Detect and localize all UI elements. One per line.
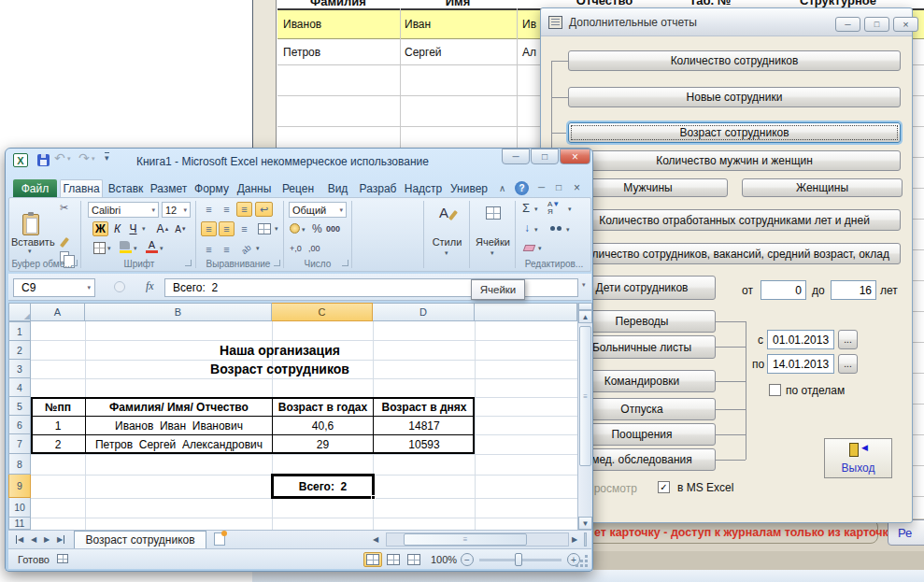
tab-prev-icon[interactable]: ◀ bbox=[31, 535, 36, 544]
row-header-3[interactable]: 3 bbox=[8, 360, 31, 378]
orientation-caret-icon[interactable]: ▾ bbox=[256, 245, 260, 252]
workbook-restore-icon[interactable]: □ bbox=[556, 182, 562, 192]
redo-icon[interactable]: ↷ bbox=[78, 150, 90, 165]
row-header-9[interactable]: 9 bbox=[8, 475, 31, 498]
borders-icon[interactable] bbox=[93, 242, 106, 254]
zoom-slider-thumb[interactable] bbox=[515, 553, 522, 566]
dialog-minimize-button[interactable]: ─ bbox=[835, 17, 860, 32]
workbook-close-icon[interactable]: × bbox=[574, 181, 580, 194]
name-box[interactable]: C9 ▾ bbox=[13, 278, 95, 297]
sort-filter-icon[interactable]: А▼ Я bbox=[547, 201, 566, 218]
font-size-combo[interactable]: 12▾ bbox=[162, 202, 191, 218]
tab-first-icon[interactable]: ◀ bbox=[16, 535, 23, 544]
tab-next-icon[interactable]: ▶ bbox=[44, 535, 50, 544]
tab-formulas[interactable]: Форму bbox=[192, 179, 232, 197]
autosum-caret-icon[interactable]: ▾ bbox=[534, 206, 538, 213]
help-icon[interactable]: ? bbox=[515, 181, 529, 195]
report-button-new-employees[interactable]: Новые сотрудники bbox=[568, 87, 901, 107]
alignment-dialog-launcher[interactable] bbox=[274, 260, 280, 266]
hscroll-left-icon[interactable]: ◀ bbox=[373, 535, 378, 544]
age-from-input[interactable]: 0 bbox=[761, 280, 806, 300]
table-cell[interactable]: Петров Сергей Александрович bbox=[86, 435, 272, 453]
styles-button[interactable]: А Стили ▾ bbox=[426, 201, 468, 268]
merge-center-button[interactable] bbox=[255, 221, 273, 236]
tab-insert[interactable]: Вставк bbox=[105, 179, 147, 197]
row-header-10[interactable]: 10 bbox=[8, 498, 31, 518]
row-header-1[interactable]: 1 bbox=[8, 321, 31, 341]
align-middle-button[interactable]: ≡ bbox=[219, 202, 235, 217]
row-header-8[interactable]: 8 bbox=[8, 454, 31, 475]
report-button-employee-age[interactable]: Возраст сотрудников bbox=[568, 122, 901, 143]
name-box-caret-icon[interactable]: ▾ bbox=[87, 284, 94, 291]
column-header-a[interactable]: A bbox=[31, 303, 85, 321]
font-dialog-launcher[interactable] bbox=[185, 260, 192, 266]
tab-home[interactable]: Главна bbox=[60, 179, 103, 197]
comma-style-icon[interactable]: 000 bbox=[326, 224, 340, 234]
tab-file[interactable]: Файл bbox=[13, 179, 57, 197]
font-name-combo[interactable]: Calibri▾ bbox=[88, 202, 159, 218]
scroll-up-icon[interactable]: ▲ bbox=[578, 310, 592, 323]
fill-color-icon[interactable] bbox=[120, 241, 132, 253]
resize-grip[interactable] bbox=[585, 555, 588, 558]
report-button-vacancies[interactable]: Количество сотрудников, вакансий, средни… bbox=[568, 243, 901, 264]
wrap-text-button[interactable]: ↩ bbox=[255, 202, 273, 217]
fill-down-icon[interactable]: ↓ bbox=[524, 221, 530, 234]
table-cell[interactable]: Иванов Иван Иванович bbox=[86, 417, 272, 434]
tab-review[interactable]: Рецен bbox=[277, 179, 320, 197]
underline-button[interactable]: Ч bbox=[126, 221, 140, 236]
table-cell[interactable]: 2 bbox=[31, 435, 85, 453]
column-header-d[interactable]: D bbox=[373, 303, 475, 321]
tab-universal[interactable]: Универ bbox=[447, 179, 491, 197]
percent-style-icon[interactable]: % bbox=[312, 222, 322, 235]
number-dialog-launcher[interactable] bbox=[342, 260, 348, 266]
borders-caret-icon[interactable]: ▾ bbox=[107, 245, 111, 252]
increase-decimal-icon[interactable]: +,0 bbox=[290, 244, 302, 253]
decrease-decimal-icon[interactable]: ,00 bbox=[308, 244, 320, 253]
grow-font-button[interactable]: А▲ bbox=[155, 221, 171, 236]
exit-button[interactable]: ◀ Выход bbox=[824, 438, 892, 478]
date-from-input[interactable]: 01.01.2013 bbox=[767, 330, 834, 349]
date-to-picker-button[interactable]: ... bbox=[838, 354, 858, 374]
vertical-scroll-thumb[interactable]: ≡ bbox=[579, 326, 591, 466]
table-cell[interactable]: 40,6 bbox=[273, 417, 373, 434]
report-button-employee-count[interactable]: Количество сотрудников bbox=[568, 50, 901, 71]
view-pagebreak-button[interactable] bbox=[405, 552, 423, 567]
cells-button[interactable]: Ячейки ▾ bbox=[472, 201, 514, 268]
fill-caret2-icon[interactable]: ▾ bbox=[534, 226, 538, 234]
tab-layout[interactable]: Размет bbox=[148, 179, 190, 197]
view-normal-button[interactable] bbox=[363, 552, 382, 567]
tab-developer[interactable]: Разраб bbox=[356, 179, 400, 197]
column-header-b[interactable]: B bbox=[85, 303, 272, 321]
dialog-titlebar[interactable]: Дополнительные отчеты ─ □ × bbox=[541, 8, 912, 36]
ribbon-collapse-icon[interactable]: ∧ bbox=[499, 183, 505, 193]
underline-caret-icon[interactable]: ▾ bbox=[142, 225, 146, 233]
align-left-button[interactable]: ≡ bbox=[201, 221, 217, 236]
undo-icon[interactable]: ↶ bbox=[54, 150, 65, 165]
row-header-7[interactable]: 7 bbox=[8, 434, 31, 454]
sort-caret-icon[interactable]: ▾ bbox=[568, 206, 572, 213]
italic-button[interactable]: К bbox=[110, 221, 124, 236]
fill-caret-icon[interactable]: ▾ bbox=[134, 245, 137, 252]
report-button-years-worked[interactable]: Количество отработанных сотрудниками лет… bbox=[568, 209, 901, 231]
row-header-5[interactable]: 5 bbox=[8, 397, 31, 416]
paste-caret-icon[interactable]: ▾ bbox=[28, 248, 32, 255]
date-to-input[interactable]: 14.01.2013 bbox=[767, 354, 834, 374]
zoom-in-icon[interactable]: + bbox=[567, 553, 580, 566]
vertical-scrollbar[interactable]: ▲ ≡ ▼ bbox=[577, 303, 592, 530]
sheet-grid[interactable]: Наша организация Возраст сотрудников №пп… bbox=[31, 321, 577, 530]
row-header-4[interactable]: 4 bbox=[8, 378, 31, 397]
tab-data[interactable]: Данны bbox=[234, 179, 275, 197]
hscroll-right-icon[interactable]: ▶ bbox=[572, 535, 577, 544]
tab-last-icon[interactable]: ▶ bbox=[57, 535, 64, 544]
paste-button-label[interactable]: Вставить bbox=[11, 236, 52, 248]
row-header-6[interactable]: 6 bbox=[8, 416, 31, 434]
align-center-button[interactable]: ≡ bbox=[219, 221, 235, 236]
table-cell[interactable]: 14817 bbox=[374, 417, 475, 434]
increase-indent-button[interactable]: ≡ bbox=[219, 242, 235, 257]
dialog-close-button[interactable]: × bbox=[893, 17, 918, 32]
sheet-tab-active[interactable]: Возраст сотрудников bbox=[74, 531, 206, 548]
save-icon[interactable] bbox=[37, 154, 50, 166]
currency-icon[interactable] bbox=[290, 223, 300, 234]
table-cell[interactable]: 10593 bbox=[374, 435, 475, 453]
cut-icon[interactable]: ✂ bbox=[60, 202, 68, 214]
